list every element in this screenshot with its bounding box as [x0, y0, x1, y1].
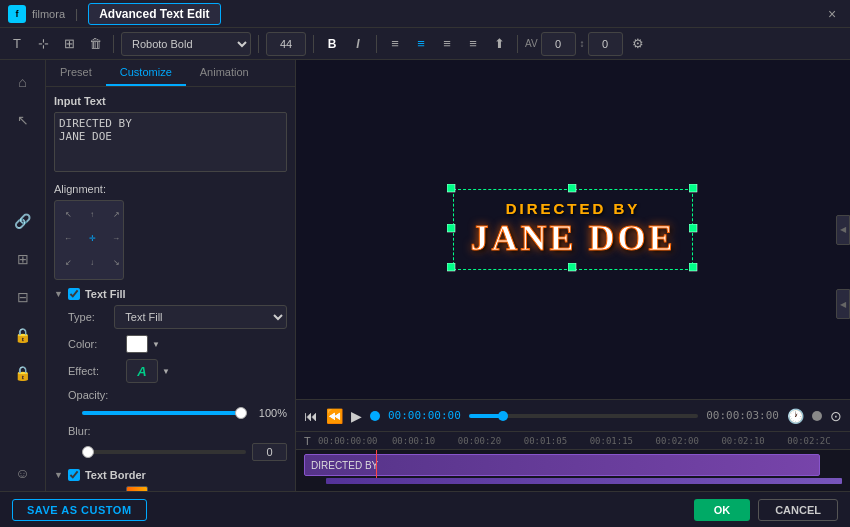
app-logo: f — [8, 5, 26, 23]
progress-thumb[interactable] — [498, 411, 508, 421]
settings-icon[interactable]: ⚙ — [627, 33, 649, 55]
align-right-icon[interactable]: ≡ — [436, 33, 458, 55]
align-left-icon[interactable]: ≡ — [384, 33, 406, 55]
text-fill-section-header[interactable]: ▼ Text Fill — [54, 288, 287, 300]
sidebar-grid-item[interactable]: ⊞ — [5, 241, 41, 277]
tab-animation[interactable]: Animation — [186, 60, 263, 86]
align-top-left[interactable]: ↖ — [59, 205, 77, 223]
align-top-center[interactable]: ↑ — [83, 205, 101, 223]
sidebar-pointer-item[interactable]: ↖ — [5, 102, 41, 138]
italic-button[interactable]: I — [347, 33, 369, 55]
align-bot-center[interactable]: ↓ — [83, 253, 101, 271]
handle-tl[interactable] — [447, 183, 457, 197]
handle-ml[interactable] — [447, 223, 457, 237]
progress-bar[interactable] — [469, 414, 698, 418]
timeline-clip[interactable]: DIRECTED BY — [304, 454, 820, 476]
handle-br[interactable] — [689, 262, 699, 276]
svg-rect-5 — [447, 263, 455, 271]
effect-button[interactable]: A — [126, 359, 158, 383]
fullscreen-button[interactable]: ⊙ — [830, 408, 842, 424]
bottom-bar: SAVE AS CUSTOM OK CANCEL — [0, 491, 850, 527]
align-icon[interactable]: ⊞ — [58, 33, 80, 55]
panel-toggle-handle-bottom[interactable]: ◀ — [836, 289, 850, 319]
ok-button[interactable]: OK — [694, 499, 751, 521]
sidebar-home-item[interactable]: ⌂ — [5, 64, 41, 100]
font-size-input[interactable] — [266, 32, 306, 56]
close-button[interactable]: × — [822, 4, 842, 24]
opacity-slider[interactable] — [82, 411, 241, 415]
toolbar-sep-4 — [376, 35, 377, 53]
svg-rect-1 — [568, 184, 576, 192]
text-fill-checkbox[interactable] — [68, 288, 80, 300]
sidebar-lock2-item[interactable]: 🔒 — [5, 355, 41, 391]
preview-area: DIRECTED BY JANE DOE ◀ ◀ ⏮ ⏪ ▶ 00:00:00:… — [296, 60, 850, 491]
opacity-slider-fill — [82, 411, 241, 415]
align-mid-left[interactable]: ← — [59, 229, 77, 247]
opacity-row: Opacity: — [68, 389, 287, 401]
timeline-clip-label: DIRECTED BY — [311, 460, 378, 471]
color-row: Color: ▼ — [68, 335, 287, 353]
save-as-custom-button[interactable]: SAVE AS CUSTOM — [12, 499, 147, 521]
align-bot-left[interactable]: ↙ — [59, 253, 77, 271]
tab-preset[interactable]: Preset — [46, 60, 106, 86]
skip-back-button[interactable]: ⏮ — [304, 408, 318, 424]
blur-value-input[interactable] — [252, 443, 287, 461]
border-color-arrow[interactable]: ▼ — [152, 491, 160, 492]
alignment-label: Alignment: — [54, 183, 287, 195]
handle-bl[interactable] — [447, 262, 457, 276]
align-center-icon[interactable]: ≡ — [410, 33, 432, 55]
align-mid-center[interactable]: ✛ — [83, 229, 101, 247]
sidebar-grid2-item[interactable]: ⊟ — [5, 279, 41, 315]
blur-slider[interactable] — [82, 450, 246, 454]
border-color-swatch[interactable] — [126, 486, 148, 491]
sidebar-link-item[interactable]: 🔗 — [5, 203, 41, 239]
align-bot-right[interactable]: ↘ — [107, 253, 125, 271]
tab-customize[interactable]: Customize — [106, 60, 186, 86]
handle-tr[interactable] — [689, 183, 699, 197]
play-button[interactable]: ▶ — [351, 408, 362, 424]
text-border-chevron: ▼ — [54, 470, 63, 480]
align-justify-icon[interactable]: ≡ — [462, 33, 484, 55]
text-fill-chevron: ▼ — [54, 289, 63, 299]
letter-spacing-input[interactable] — [541, 32, 576, 56]
panel-toggle-handle[interactable]: ◀ — [836, 215, 850, 245]
fill-color-swatch[interactable] — [126, 335, 148, 353]
title-bar: f filmora | Advanced Text Edit × — [0, 0, 850, 28]
effect-label: Effect: — [68, 365, 120, 377]
align-top-icon[interactable]: ⬆ — [488, 33, 510, 55]
input-text-area[interactable]: DIRECTED BY JANE DOE — [54, 112, 287, 172]
cursor-icon[interactable]: ⊹ — [32, 33, 54, 55]
bold-button[interactable]: B — [321, 33, 343, 55]
preview-canvas: DIRECTED BY JANE DOE ◀ ◀ — [296, 60, 850, 399]
handle-bc[interactable] — [568, 262, 578, 276]
text-selection-container[interactable]: DIRECTED BY JANE DOE — [453, 189, 692, 270]
line-spacing-icon: ↕ — [580, 38, 585, 49]
timeline-playhead[interactable] — [376, 450, 377, 478]
color-label: Color: — [68, 338, 120, 350]
line-spacing-input[interactable] — [588, 32, 623, 56]
delete-icon[interactable]: 🗑 — [84, 33, 106, 55]
type-dropdown[interactable]: Text Fill — [114, 305, 287, 329]
sidebar-lock-item[interactable]: 🔒 — [5, 317, 41, 353]
step-back-button[interactable]: ⏪ — [326, 408, 343, 424]
color-arrow[interactable]: ▼ — [152, 340, 160, 349]
font-family-select[interactable]: Roboto Bold — [121, 32, 251, 56]
handle-tc[interactable] — [568, 183, 578, 197]
effect-arrow[interactable]: ▼ — [162, 367, 170, 376]
text-border-section-header[interactable]: ▼ Text Border — [54, 469, 287, 481]
panel-content: Input Text DIRECTED BY JANE DOE Alignmen… — [46, 87, 295, 491]
text-border-checkbox[interactable] — [68, 469, 80, 481]
text-tool-icon[interactable]: T — [6, 33, 28, 55]
type-label: Type: — [68, 311, 108, 323]
align-mid-right[interactable]: → — [107, 229, 125, 247]
sidebar-face-item[interactable]: ☺ — [5, 455, 41, 491]
cancel-button[interactable]: CANCEL — [758, 499, 838, 521]
handle-mr[interactable] — [689, 223, 699, 237]
align-top-right[interactable]: ↗ — [107, 205, 125, 223]
mark-7: 00:02:2C — [776, 436, 842, 446]
settings-clock-icon[interactable]: 🕐 — [787, 408, 804, 424]
text-border-content: Color: ▼ — [54, 486, 287, 491]
toolbar-sep-2 — [258, 35, 259, 53]
blur-slider-thumb[interactable] — [82, 446, 94, 458]
opacity-slider-thumb[interactable] — [235, 407, 247, 419]
